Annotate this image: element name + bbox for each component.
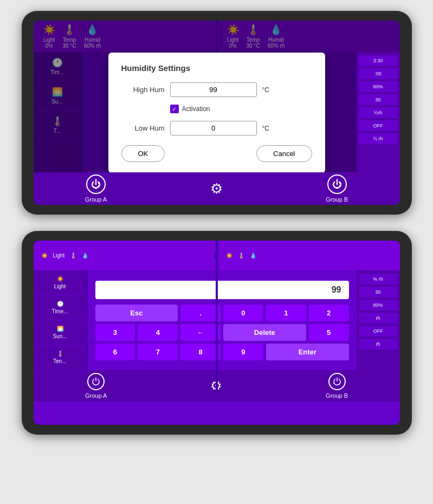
cancel-button[interactable]: Cancel xyxy=(256,145,312,162)
numpad-right-4: OFF xyxy=(359,326,398,337)
light-icon-s: ☀️ xyxy=(57,276,63,282)
right-item-2: 30 xyxy=(359,94,398,105)
right-panel-1: 3:30 :00 80% 30 ½rh OFF ½ rh xyxy=(357,52,400,172)
high-hum-label: High Hum xyxy=(121,86,165,94)
thermometer-icon-s: 🌡️ xyxy=(57,351,63,357)
power-icon-a2 xyxy=(87,373,105,390)
low-hum-unit: °C xyxy=(262,125,269,132)
numpad-status-left: ☀️ Light 🌡️ 💧 xyxy=(34,253,216,259)
numpad-right-2: 80% xyxy=(359,300,398,311)
numpad-right-1: 30 xyxy=(359,287,398,298)
six-button[interactable]: 6 xyxy=(95,344,135,360)
light-label-s: Light xyxy=(54,283,66,289)
eight-button[interactable]: 8 xyxy=(180,344,221,360)
screen-1: ☀️ Light 0% 🌡️ Temp 30 °C 💧 Humid 60% rh xyxy=(34,21,400,205)
settings-button[interactable]: ⚙ xyxy=(210,180,223,197)
numpad-sidebar-temp[interactable]: 🌡️ Ten... xyxy=(34,345,87,370)
activation-label: Activation xyxy=(182,105,210,113)
activation-checkbox[interactable]: ✓ xyxy=(170,105,179,113)
five-button[interactable]: 5 xyxy=(309,324,349,341)
numpad-center: 99 Esc . 0 1 2 3 4 ← Delete 5 6 7 8 xyxy=(88,270,357,370)
enter-button[interactable]: Enter xyxy=(266,344,349,360)
high-hum-row: High Hum °C xyxy=(121,82,312,97)
numpad-sidebar-time[interactable]: 🕐 Time... xyxy=(34,295,87,320)
sun-icon-s: 🌅 xyxy=(57,326,63,332)
low-hum-label: Low Hum xyxy=(121,124,165,132)
temp-label-s: Ten... xyxy=(53,358,66,364)
bottom-bar-1: ⏻ Group A ⚙ ⏻ Group B xyxy=(34,172,400,205)
right-item-5: ½ rh xyxy=(359,133,398,144)
group-b-label: Group B xyxy=(326,196,348,203)
right-item-4: OFF xyxy=(359,120,398,131)
humidity-dialog: Humidity Settings High Hum °C ✓ Activati… xyxy=(108,53,325,173)
low-hum-row: Low Hum °C xyxy=(121,121,312,135)
numpad-grid: Esc . 0 1 2 3 4 ← Delete 5 6 7 8 9 Enter xyxy=(95,305,349,360)
light-label-d2: Light xyxy=(53,253,65,259)
backspace-button[interactable]: ← xyxy=(180,324,221,341)
numpad-sidebar-light[interactable]: ☀️ Light xyxy=(34,270,87,295)
numpad-right-0: % rh xyxy=(359,274,398,285)
group-a-button[interactable]: ⏻ Group A xyxy=(85,175,107,203)
power-icon-a: ⏻ xyxy=(86,175,106,194)
humid-icon-d2: 💧 xyxy=(82,253,88,259)
group-b-button[interactable]: ⏻ Group B xyxy=(326,175,348,203)
numpad-status-right: ☀️ 🌡️ 💧 xyxy=(218,253,400,259)
four-button[interactable]: 4 xyxy=(138,324,178,341)
high-hum-input[interactable] xyxy=(170,82,257,97)
numpad-display: 99 xyxy=(95,281,349,299)
numpad-group-b[interactable]: Group B xyxy=(326,373,348,399)
three-button[interactable]: 3 xyxy=(95,324,135,341)
nine-button[interactable]: 9 xyxy=(223,344,263,360)
right-item-1: 80% xyxy=(359,81,398,92)
light-icon-d2: ☀️ xyxy=(41,253,48,259)
dialog-title: Humidity Settings xyxy=(121,63,312,73)
numpad-sidebar: ☀️ Light 🕐 Time... 🌅 Sun... 🌡️ Ten... xyxy=(34,270,88,370)
zero-button[interactable]: 0 xyxy=(223,305,263,321)
temp-icon-d2r: 🌡️ xyxy=(238,253,244,259)
numpad-status-bar: ☀️ Light 🌡️ 💧 ☀️ 🌡️ 💧 xyxy=(34,241,400,270)
numpad-group-a[interactable]: Group A xyxy=(85,373,107,399)
screen-2: ☀️ Light 🌡️ 💧 ☀️ 🌡️ 💧 ☀️ Light 🕐 xyxy=(34,241,400,425)
two-button[interactable]: 2 xyxy=(309,305,349,321)
device-1: ☀️ Light 0% 🌡️ Temp 30 °C 💧 Humid 60% rh xyxy=(22,11,412,215)
delete-button[interactable]: Delete xyxy=(223,324,306,341)
right-item-3: ½rh xyxy=(359,107,398,118)
light-icon-d2r: ☀️ xyxy=(226,253,232,259)
numpad-right-5: rh xyxy=(359,339,398,350)
group-a-label: Group A xyxy=(85,196,107,203)
humid-icon-d2r: 💧 xyxy=(250,253,256,259)
clock-icon-s: 🕐 xyxy=(57,301,63,307)
temp-icon-d2: 🌡️ xyxy=(70,253,76,259)
divider-line xyxy=(216,270,218,393)
time-label-s: Time... xyxy=(51,308,68,314)
power-icon-b: ⏻ xyxy=(327,175,347,194)
power-icon-b2 xyxy=(328,373,346,390)
numpad-right-panel: % rh 30 80% rh OFF rh xyxy=(357,270,400,370)
sun-label-s: Sun... xyxy=(53,333,67,339)
dot-button[interactable]: . xyxy=(180,305,221,321)
high-hum-unit: °C xyxy=(262,86,269,94)
right-item-0: :00 xyxy=(359,68,398,79)
group-b-label-2: Group B xyxy=(326,392,348,399)
gear-icon: ⚙ xyxy=(210,180,223,197)
numpad-sidebar-sun[interactable]: 🌅 Sun... xyxy=(34,320,87,345)
numpad-right-3: rh xyxy=(359,313,398,324)
one-button[interactable]: 1 xyxy=(266,305,306,321)
ok-button[interactable]: OK xyxy=(121,145,165,162)
esc-button[interactable]: Esc xyxy=(95,305,178,321)
low-hum-input[interactable] xyxy=(170,121,257,135)
group-a-label-2: Group A xyxy=(85,392,107,399)
right-time: 3:30 xyxy=(359,55,398,66)
dialog-buttons: OK Cancel xyxy=(121,145,312,162)
seven-button[interactable]: 7 xyxy=(138,344,178,360)
activation-row: ✓ Activation xyxy=(170,105,312,113)
device-2: ☀️ Light 🌡️ 💧 ☀️ 🌡️ 💧 ☀️ Light 🕐 xyxy=(22,231,412,435)
